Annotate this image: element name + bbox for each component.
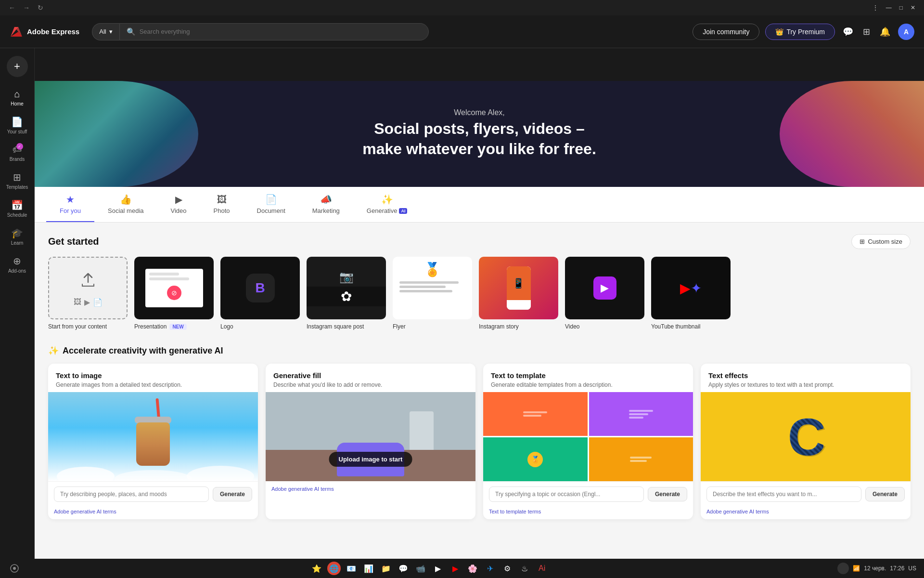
template-card-start-from-content[interactable]: 🖼▶📄 Start from your content bbox=[48, 257, 128, 330]
add-ons-icon: ⊕ bbox=[13, 255, 21, 267]
hero-greeting: Welcome Alex, bbox=[362, 108, 596, 117]
sidebar-item-add-ons-label: Add-ons bbox=[8, 268, 26, 274]
tab-photo-label: Photo bbox=[214, 207, 230, 214]
search-icon: 🔍 bbox=[127, 27, 136, 36]
ai-section: ✨ Accelerate creativity with generative … bbox=[48, 345, 911, 519]
taskbar-chrome-icon[interactable]: 🌐 bbox=[327, 562, 341, 575]
tab-video[interactable]: ▶ Video bbox=[157, 187, 200, 222]
tti-input[interactable] bbox=[54, 486, 209, 502]
template-thumb-instagram-sq: 📷 ✿ bbox=[307, 257, 386, 319]
ai-card-te-image: C bbox=[701, 392, 911, 481]
taskbar-youtube-icon[interactable]: ▶ bbox=[449, 562, 462, 575]
tab-generative[interactable]: ✨ Generative AI bbox=[353, 187, 421, 222]
logo-shape: B bbox=[246, 274, 275, 302]
ttt-input[interactable] bbox=[489, 486, 644, 502]
tti-generate-button[interactable]: Generate bbox=[213, 487, 252, 501]
window-settings[interactable]: ⋮ bbox=[870, 3, 881, 12]
create-button[interactable]: + bbox=[7, 56, 28, 77]
document-icon: 📄 bbox=[265, 194, 277, 205]
template-card-flyer[interactable]: 🏅 Flyer bbox=[393, 257, 472, 330]
app-logo: Adobe Express bbox=[10, 25, 79, 39]
taskbar-chat-icon[interactable]: 💬 bbox=[397, 562, 410, 575]
taskbar-steam-icon[interactable]: ♨ bbox=[518, 562, 531, 575]
youtube-icon: ▶ bbox=[680, 280, 691, 296]
taskbar-meet-icon[interactable]: 📹 bbox=[414, 562, 427, 575]
nav-reload[interactable]: ↻ bbox=[35, 4, 46, 12]
search-input-wrap: 🔍 bbox=[119, 23, 429, 40]
svg-point-3 bbox=[187, 466, 254, 481]
ttt-terms-link[interactable]: Text to template terms bbox=[483, 507, 693, 519]
template-thumb-presentation: ⊘ bbox=[134, 257, 214, 319]
sidebar-item-brands[interactable]: 🏷 ✓ Brands bbox=[2, 140, 33, 166]
drink-illustration bbox=[134, 408, 172, 466]
search-filter-dropdown[interactable]: All ▾ bbox=[92, 23, 119, 40]
user-avatar[interactable]: A bbox=[898, 24, 914, 40]
template-card-instagram-sq[interactable]: 📷 ✿ Instagram square post bbox=[307, 257, 386, 330]
tti-terms-link[interactable]: Adobe generative AI terms bbox=[48, 507, 258, 519]
taskbar-sheets-icon[interactable]: 📊 bbox=[362, 562, 375, 575]
template-card-video[interactable]: ▶ Video bbox=[565, 257, 644, 330]
te-terms-link[interactable]: Adobe generative AI terms bbox=[701, 507, 911, 519]
nav-back[interactable]: ← bbox=[6, 4, 18, 12]
hero-banner: Welcome Alex, Social posts, flyers, vide… bbox=[35, 81, 924, 187]
template-card-logo[interactable]: B Logo bbox=[220, 257, 300, 330]
sidebar-item-schedule[interactable]: 📅 Schedule bbox=[2, 196, 33, 222]
gf-terms-link[interactable]: Adobe generative AI terms bbox=[266, 481, 475, 497]
svg-point-5 bbox=[13, 567, 16, 570]
template-thumb-flyer: 🏅 bbox=[393, 257, 472, 319]
tab-social-media[interactable]: 👍 Social media bbox=[94, 187, 157, 222]
template-card-presentation[interactable]: ⊘ Presentation NEW bbox=[134, 257, 214, 330]
tab-document[interactable]: 📄 Document bbox=[244, 187, 299, 222]
taskbar-assistant-icon[interactable]: ⭐ bbox=[310, 562, 323, 575]
schedule-icon: 📅 bbox=[11, 199, 23, 211]
try-premium-button[interactable]: 👑 Try Premium bbox=[765, 24, 835, 40]
taskbar-play-icon[interactable]: ▶ bbox=[431, 562, 445, 575]
nav-forward[interactable]: → bbox=[20, 4, 33, 12]
tab-for-you[interactable]: ★ For you bbox=[46, 187, 94, 222]
template-thumb-video: ▶ bbox=[565, 257, 644, 319]
tab-marketing[interactable]: 📣 Marketing bbox=[299, 187, 353, 222]
sidebar-item-your-stuff[interactable]: 📄 Your stuff bbox=[2, 112, 33, 138]
template-name-instagram-sq: Instagram square post bbox=[307, 323, 386, 330]
window-maximize[interactable]: □ bbox=[897, 3, 906, 12]
ai-card-tti-input-row: Generate bbox=[48, 481, 258, 507]
taskbar-gmail-icon[interactable]: 📧 bbox=[345, 562, 358, 575]
ai-card-text-to-template: Text to template Generate editable templ… bbox=[483, 364, 693, 519]
window-close[interactable]: ✕ bbox=[908, 3, 918, 12]
top-bar-right: Join community 👑 Try Premium 💬 ⊞ 🔔 A bbox=[693, 24, 914, 40]
sidebar-item-home[interactable]: ⌂ Home bbox=[2, 85, 33, 110]
ai-card-gf-header: Generative fill Describe what you'd like… bbox=[266, 364, 475, 392]
grid-icon-button[interactable]: ⊞ bbox=[861, 25, 872, 39]
tab-photo[interactable]: 🖼 Photo bbox=[200, 187, 244, 222]
bell-icon-button[interactable]: 🔔 bbox=[878, 25, 892, 39]
sidebar-item-learn[interactable]: 🎓 Learn bbox=[2, 223, 33, 250]
taskbar-photos-icon[interactable]: 🌸 bbox=[466, 562, 479, 575]
custom-size-button[interactable]: ⊞ Custom size bbox=[851, 234, 911, 249]
photo-icon: 🖼 bbox=[217, 194, 227, 205]
chat-icon-button[interactable]: 💬 bbox=[841, 25, 855, 39]
taskbar-right: 📶 12 черв. 17:26 US bbox=[837, 563, 916, 574]
brands-badge: ✓ bbox=[16, 143, 23, 150]
ai-cards-row: Text to image Generate images from a det… bbox=[48, 364, 911, 519]
taskbar-files-icon[interactable]: 📁 bbox=[379, 562, 393, 575]
taskbar-telegram-icon[interactable]: ✈ bbox=[483, 562, 497, 575]
window-minimize[interactable]: — bbox=[883, 3, 895, 12]
te-generate-button[interactable]: Generate bbox=[865, 487, 905, 501]
taskbar-start-icon[interactable] bbox=[8, 562, 21, 575]
taskbar-settings-icon[interactable]: ⚙ bbox=[500, 562, 514, 575]
taskbar-indicator-1: 📶 bbox=[853, 565, 860, 572]
sidebar-item-add-ons[interactable]: ⊕ Add-ons bbox=[2, 251, 33, 277]
template-card-yt-thumbnail[interactable]: ▶ ✦ YouTube thumbnail bbox=[651, 257, 731, 330]
template-name-logo: Logo bbox=[220, 323, 300, 330]
ttt-generate-button[interactable]: Generate bbox=[648, 487, 687, 501]
title-bar: ← → ↻ ⋮ — □ ✕ bbox=[0, 0, 924, 15]
join-community-button[interactable]: Join community bbox=[693, 24, 759, 40]
search-input[interactable] bbox=[140, 28, 422, 35]
premium-crown-icon: 👑 bbox=[775, 28, 783, 36]
taskbar-adobe-icon[interactable]: Ai bbox=[535, 562, 549, 575]
sidebar-item-templates[interactable]: ⊞ Templates bbox=[2, 168, 33, 194]
te-input[interactable] bbox=[706, 486, 861, 502]
template-name-video: Video bbox=[565, 323, 644, 330]
ai-card-gf-image[interactable]: Upload image to start bbox=[266, 392, 475, 481]
template-card-instagram-story[interactable]: 📱 Instagram story bbox=[479, 257, 558, 330]
